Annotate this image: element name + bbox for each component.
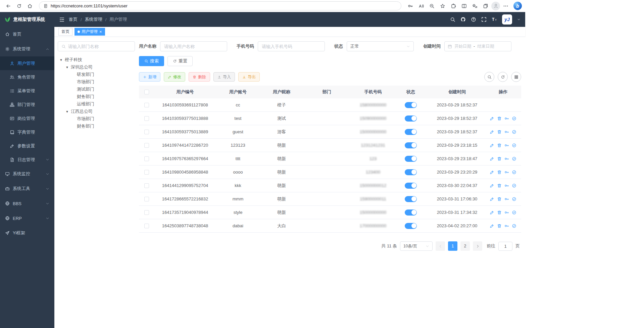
row-checkbox[interactable] [144, 130, 149, 134]
modify-button[interactable]: 修改 [164, 72, 185, 82]
phone-input[interactable] [258, 41, 325, 51]
prev-page-button[interactable] [436, 241, 445, 251]
row-delete-icon[interactable] [497, 224, 502, 228]
avatar-caret-icon[interactable] [517, 18, 521, 21]
toggle-search-icon[interactable] [484, 72, 494, 82]
fullscreen-icon[interactable] [481, 17, 487, 22]
page-button-2[interactable]: 2 [460, 241, 470, 251]
sidebar-toggle-icon[interactable] [59, 17, 65, 22]
row-assign-role-icon[interactable] [512, 116, 516, 121]
row-delete-icon[interactable] [497, 197, 502, 201]
sidebar-item-menu[interactable]: 菜单管理 [0, 84, 54, 98]
row-checkbox[interactable] [144, 224, 149, 228]
row-reset-password-icon[interactable] [504, 156, 509, 161]
zoom-icon[interactable] [427, 1, 437, 11]
tree-node[interactable]: 财务部门 [58, 93, 135, 100]
refresh-table-icon[interactable] [498, 72, 508, 82]
browser-profile-avatar[interactable] [491, 2, 500, 10]
tree-node[interactable]: 运维部门 [58, 100, 135, 108]
tree-node[interactable]: 测试部门 [58, 86, 135, 93]
row-edit-icon[interactable] [490, 156, 494, 161]
tree-node[interactable]: 市场部门 [58, 115, 135, 123]
sidebar-item-dept[interactable]: 部门管理 [0, 98, 54, 111]
row-edit-icon[interactable] [490, 170, 494, 175]
row-reset-password-icon[interactable] [504, 130, 509, 134]
favorites-bar-icon[interactable] [470, 1, 480, 11]
tag-user[interactable]: 用户管理× [75, 28, 105, 36]
row-delete-icon[interactable] [497, 130, 502, 134]
sidebar-item-yi[interactable]: Yi框架 [0, 226, 54, 240]
add-button[interactable]: 新增 [139, 72, 160, 82]
username-input[interactable] [160, 41, 227, 51]
row-edit-icon[interactable] [490, 143, 494, 148]
sidebar-item-tools[interactable]: 系统工具 [0, 181, 54, 196]
date-range-picker[interactable]: 开始日期 - 结束日期 [444, 41, 511, 51]
row-reset-password-icon[interactable] [504, 210, 509, 215]
caret-down-icon[interactable]: ▾ [59, 58, 63, 62]
row-assign-role-icon[interactable] [512, 197, 516, 201]
status-toggle[interactable] [405, 156, 417, 162]
row-assign-role-icon[interactable] [512, 143, 516, 148]
read-aloud-icon[interactable] [416, 1, 426, 11]
status-toggle[interactable] [405, 196, 417, 202]
column-settings-icon[interactable] [511, 72, 521, 82]
status-toggle[interactable] [405, 129, 417, 135]
row-checkbox[interactable] [144, 103, 149, 107]
browser-home-icon[interactable] [25, 1, 35, 11]
row-delete-icon[interactable] [497, 116, 502, 121]
row-reset-password-icon[interactable] [504, 183, 509, 188]
status-toggle[interactable] [405, 183, 417, 189]
caret-down-icon[interactable]: ▾ [65, 65, 69, 69]
breadcrumb-item[interactable]: 首页 [69, 16, 78, 22]
sidebar-item-erp[interactable]: ERP [0, 211, 54, 226]
row-assign-role-icon[interactable] [512, 183, 516, 188]
sidebar-item-user[interactable]: 用户管理 [0, 56, 54, 70]
row-delete-icon[interactable] [497, 210, 502, 215]
row-edit-icon[interactable] [490, 197, 494, 201]
header-search-icon[interactable] [450, 17, 455, 22]
delete-button[interactable]: 删除 [189, 72, 210, 82]
sidebar-item-system[interactable]: 系统管理 [0, 42, 54, 56]
next-page-button[interactable] [473, 241, 482, 251]
sidebar-item-bbs[interactable]: BBS [0, 196, 54, 211]
row-delete-icon[interactable] [497, 156, 502, 161]
github-icon[interactable] [460, 17, 466, 22]
select-all-checkbox[interactable] [144, 90, 149, 94]
row-delete-icon[interactable] [497, 143, 502, 148]
more-options-icon[interactable] [501, 1, 511, 11]
row-edit-icon[interactable] [490, 210, 494, 215]
font-size-icon[interactable]: TT [492, 17, 497, 22]
status-select[interactable]: 正常 [347, 41, 414, 51]
row-checkbox[interactable] [144, 197, 149, 201]
row-reset-password-icon[interactable] [504, 143, 509, 148]
row-checkbox[interactable] [144, 170, 149, 175]
row-reset-password-icon[interactable] [504, 197, 509, 201]
tree-node[interactable]: ▾江西总公司 [58, 108, 135, 115]
status-toggle[interactable] [405, 209, 417, 216]
row-checkbox[interactable] [144, 116, 149, 121]
status-toggle[interactable] [405, 142, 417, 148]
reload-page-icon[interactable] [14, 1, 24, 11]
address-bar[interactable]: https://ccnetcore.com:1101/system/user [39, 1, 401, 10]
tree-node[interactable]: 财务部门 [58, 123, 135, 130]
row-checkbox[interactable] [144, 183, 149, 188]
tree-node[interactable]: 市场部门 [58, 78, 135, 86]
status-toggle[interactable] [405, 102, 417, 108]
status-toggle[interactable] [405, 223, 417, 229]
tree-node[interactable]: ▾橙子科技 [58, 56, 135, 63]
dept-search-input[interactable] [68, 44, 131, 49]
back-icon[interactable] [3, 1, 13, 11]
page-size-select[interactable]: 10条/页 [400, 241, 433, 251]
row-checkbox[interactable] [144, 156, 149, 161]
password-key-icon[interactable] [405, 1, 415, 11]
row-checkbox[interactable] [144, 210, 149, 215]
row-assign-role-icon[interactable] [512, 170, 516, 175]
sidebar-item-home[interactable]: 首页 [0, 27, 54, 42]
row-assign-role-icon[interactable] [512, 210, 516, 215]
tree-node[interactable]: ▾深圳总公司 [58, 63, 135, 71]
tag-close-icon[interactable]: × [99, 30, 102, 34]
row-reset-password-icon[interactable] [504, 224, 509, 228]
app-logo[interactable]: 意框架管理系统 [0, 12, 54, 27]
goto-page-input[interactable] [498, 242, 512, 251]
row-checkbox[interactable] [144, 143, 149, 148]
